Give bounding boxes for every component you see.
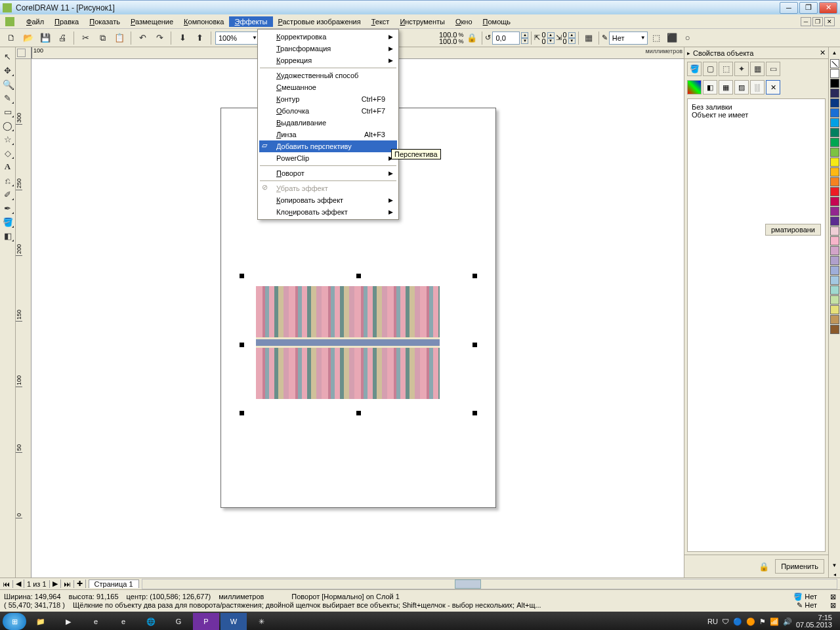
task-explorer[interactable]: 📁 (28, 613, 54, 630)
save-button[interactable]: 💾 (38, 31, 52, 45)
swatch[interactable] (830, 256, 839, 265)
selection[interactable] (242, 276, 475, 413)
menu-item[interactable]: Смешанное (259, 81, 397, 93)
fill-tool[interactable]: 🪣 (1, 215, 14, 228)
swatch[interactable] (830, 108, 839, 117)
menu-инструменты[interactable]: Инструменты (394, 16, 450, 27)
handle-sw[interactable] (240, 411, 244, 415)
menu-item[interactable]: ОболочкаCtrl+F7 (259, 105, 397, 117)
swatch[interactable] (830, 98, 839, 108)
menu-item[interactable]: Трансформация▶ (259, 43, 397, 54)
handle-s[interactable] (356, 411, 361, 415)
tray-icon1[interactable]: 🛡 (722, 618, 729, 625)
close-button[interactable]: ✕ (819, 2, 837, 14)
swatch[interactable] (830, 207, 839, 216)
swatch[interactable] (830, 187, 839, 196)
mdi-min-button[interactable]: ─ (801, 17, 811, 26)
lock-aspect-button[interactable]: 🔒 (465, 31, 479, 45)
menu-окно[interactable]: Окно (450, 16, 478, 27)
fill-fountain[interactable]: ◧ (703, 80, 717, 94)
handle-w[interactable] (240, 343, 244, 347)
handle-n[interactable] (356, 274, 361, 278)
menu-помощь[interactable]: Помощь (478, 16, 516, 27)
lock-icon[interactable]: 🔒 (757, 559, 771, 574)
convert-button[interactable]: ○ (681, 31, 695, 45)
bitmap-object[interactable] (256, 286, 440, 399)
docker-close-icon[interactable]: ✕ (820, 49, 826, 57)
mdi-restore-button[interactable]: ❐ (812, 17, 823, 26)
menu-растровые изображения[interactable]: Растровые изображения (273, 16, 366, 27)
mdi-close-button[interactable]: ✕ (824, 17, 835, 26)
palette-flyout[interactable]: ◂ (833, 572, 836, 578)
menu-item[interactable]: Копировать эффект▶ (259, 194, 397, 206)
menu-компоновка[interactable]: Компоновка (178, 16, 229, 27)
tray-lang[interactable]: RU (707, 618, 718, 625)
blend-tool[interactable]: ⎌ (1, 174, 14, 187)
handle-nw[interactable] (240, 274, 244, 278)
task-app3[interactable]: P (193, 613, 219, 630)
outline-combo[interactable]: ▼ (609, 32, 648, 45)
shape-tool[interactable]: ✥ (1, 64, 14, 77)
swatch[interactable] (830, 177, 839, 186)
apply-button[interactable]: Применить (775, 559, 824, 574)
format-button[interactable]: рматировани (765, 224, 821, 236)
handle-e[interactable] (472, 343, 477, 347)
ellipse-tool[interactable]: ◯ (1, 119, 14, 132)
menu-item[interactable]: Корректировка▶ (259, 31, 397, 43)
swatch[interactable] (830, 266, 839, 275)
swatch[interactable] (830, 148, 839, 157)
swatch[interactable] (830, 325, 839, 334)
tray-flag-icon[interactable]: ⚑ (759, 618, 766, 626)
rot-spinner[interactable]: ▲▼ (521, 32, 528, 44)
swatch[interactable] (830, 217, 839, 226)
eyedropper-tool[interactable]: ✐ (1, 188, 14, 201)
tray-volume-icon[interactable]: 🔊 (783, 618, 792, 626)
tab-size[interactable]: ⬚ (719, 62, 733, 76)
swatch[interactable] (830, 246, 839, 255)
wrap-button[interactable]: ▦ (581, 31, 596, 45)
fill-uniform[interactable] (687, 80, 702, 94)
outline-tool[interactable]: ✒ (1, 201, 14, 215)
interactive-fill-tool[interactable]: ◧ (1, 229, 14, 242)
menu-item[interactable]: Клонировать эффект▶ (259, 206, 397, 218)
new-button[interactable]: 🗋 (4, 31, 18, 45)
h-scrollbar[interactable] (142, 579, 837, 589)
menu-текст[interactable]: Текст (366, 16, 395, 27)
task-ie2[interactable]: e (110, 613, 136, 630)
palette-down[interactable]: ▼ (832, 562, 837, 572)
rotation-input[interactable] (492, 32, 520, 45)
swatch[interactable] (830, 89, 839, 98)
task-app1[interactable]: 🌐 (138, 613, 164, 630)
task-ie[interactable]: e (83, 613, 109, 630)
menu-файл[interactable]: Файл (21, 16, 49, 27)
menu-эффекты[interactable]: Эффекты (229, 16, 272, 27)
swatch[interactable] (830, 315, 839, 324)
text-tool[interactable]: A (1, 160, 14, 173)
next-page-button[interactable]: ▶ (50, 579, 61, 588)
rectangle-tool[interactable]: ▭ (1, 105, 14, 118)
swatch[interactable] (830, 118, 839, 127)
expand-icon[interactable]: ▸ (687, 50, 690, 56)
minimize-button[interactable]: ─ (780, 2, 798, 14)
pick-tool[interactable]: ↖ (1, 50, 14, 63)
menu-item[interactable]: Выдавливание (259, 117, 397, 129)
palette-up[interactable]: ▲ (832, 50, 837, 59)
menu-правка[interactable]: Правка (49, 16, 84, 27)
polygon-tool[interactable]: ☆ (1, 133, 14, 146)
task-corel[interactable]: ✳ (248, 613, 274, 630)
swatch[interactable] (830, 285, 839, 295)
swatch[interactable] (830, 226, 839, 236)
menu-item[interactable]: PowerClip▶ (259, 152, 397, 164)
tab-outline[interactable]: ▢ (703, 62, 717, 76)
paste-button[interactable]: 📋 (112, 31, 127, 45)
print-button[interactable]: 🖨 (55, 31, 70, 45)
back-button[interactable]: ⬛ (665, 31, 679, 45)
tab-internet[interactable]: ▭ (766, 62, 780, 76)
zoom-tool[interactable]: 🔍 (1, 77, 14, 91)
tab-transform[interactable]: ✦ (734, 62, 749, 76)
swatch[interactable] (830, 167, 839, 177)
swatch[interactable] (830, 276, 839, 285)
swatch[interactable] (830, 236, 839, 245)
zoom-combo[interactable]: ▼ (215, 32, 259, 45)
menu-item[interactable]: КонтурCtrl+F9 (259, 93, 397, 105)
